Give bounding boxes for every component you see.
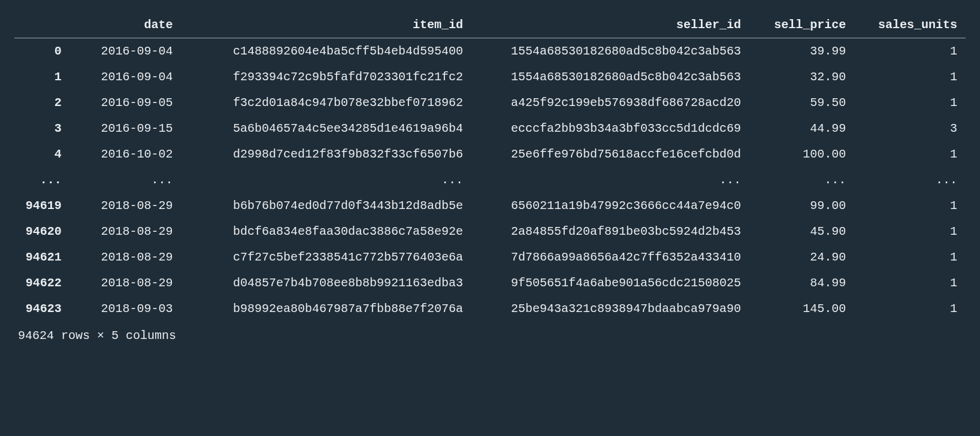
cell-sell-price: 45.90 bbox=[749, 219, 854, 244]
table-row: 2 2016-09-05 f3c2d01a84c947b078e32bbef07… bbox=[14, 90, 966, 116]
cell-item-id: c1488892604e4ba5cff5b4eb4d595400 bbox=[181, 38, 471, 65]
cell-seller-id: 2a84855fd20af891be03bc5924d2b453 bbox=[471, 219, 749, 244]
cell-seller-id: 9f505651f4a6abe901a56cdc21508025 bbox=[471, 270, 749, 296]
cell-sales-units: 1 bbox=[854, 219, 966, 244]
cell-seller-id: ... bbox=[471, 167, 749, 193]
cell-sales-units: 1 bbox=[854, 244, 966, 270]
cell-seller-id: ecccfa2bb93b34a3bf033cc5d1dcdc69 bbox=[471, 116, 749, 141]
row-index: ... bbox=[14, 167, 70, 193]
cell-date: ... bbox=[70, 167, 182, 193]
row-index: 3 bbox=[14, 116, 70, 141]
row-index: 4 bbox=[14, 141, 70, 167]
cell-sales-units: 3 bbox=[854, 116, 966, 141]
column-header-seller-id: seller_id bbox=[471, 12, 749, 38]
dataframe-table: date item_id seller_id sell_price sales_… bbox=[14, 12, 966, 322]
cell-date: 2018-09-03 bbox=[70, 296, 182, 322]
table-row: 94620 2018-08-29 bdcf6a834e8faa30dac3886… bbox=[14, 219, 966, 244]
column-header-item-id: item_id bbox=[181, 12, 471, 38]
table-row: 3 2016-09-15 5a6b04657a4c5ee34285d1e4619… bbox=[14, 116, 966, 141]
table-row: 94623 2018-09-03 b98992ea80b467987a7fbb8… bbox=[14, 296, 966, 322]
row-index: 94623 bbox=[14, 296, 70, 322]
column-header-date: date bbox=[70, 12, 182, 38]
cell-seller-id: a425f92c199eb576938df686728acd20 bbox=[471, 90, 749, 116]
column-header-sales-units: sales_units bbox=[854, 12, 966, 38]
cell-item-id: c7f27c5bef2338541c772b5776403e6a bbox=[181, 244, 471, 270]
cell-seller-id: 25be943a321c8938947bdaabca979a90 bbox=[471, 296, 749, 322]
cell-date: 2016-09-04 bbox=[70, 38, 182, 65]
cell-date: 2018-08-29 bbox=[70, 193, 182, 219]
row-index: 2 bbox=[14, 90, 70, 116]
cell-sell-price: 24.90 bbox=[749, 244, 854, 270]
cell-date: 2016-09-04 bbox=[70, 64, 182, 90]
table-row: 4 2016-10-02 d2998d7ced12f83f9b832f33cf6… bbox=[14, 141, 966, 167]
cell-item-id: d04857e7b4b708ee8b8b9921163edba3 bbox=[181, 270, 471, 296]
cell-sales-units: 1 bbox=[854, 90, 966, 116]
cell-date: 2018-08-29 bbox=[70, 270, 182, 296]
cell-seller-id: 1554a68530182680ad5c8b042c3ab563 bbox=[471, 64, 749, 90]
cell-sales-units: ... bbox=[854, 167, 966, 193]
table-row-ellipsis: ... ... ... ... ... ... bbox=[14, 167, 966, 193]
row-index: 94622 bbox=[14, 270, 70, 296]
row-index: 1 bbox=[14, 64, 70, 90]
cell-sell-price: 39.99 bbox=[749, 38, 854, 65]
table-body: 0 2016-09-04 c1488892604e4ba5cff5b4eb4d5… bbox=[14, 38, 966, 322]
row-index: 94619 bbox=[14, 193, 70, 219]
row-index: 0 bbox=[14, 38, 70, 65]
table-header: date item_id seller_id sell_price sales_… bbox=[14, 12, 966, 38]
cell-item-id: b98992ea80b467987a7fbb88e7f2076a bbox=[181, 296, 471, 322]
table-row: 1 2016-09-04 f293394c72c9b5fafd7023301fc… bbox=[14, 64, 966, 90]
cell-date: 2016-09-15 bbox=[70, 116, 182, 141]
cell-date: 2016-10-02 bbox=[70, 141, 182, 167]
table-row: 94622 2018-08-29 d04857e7b4b708ee8b8b992… bbox=[14, 270, 966, 296]
cell-item-id: d2998d7ced12f83f9b832f33cf6507b6 bbox=[181, 141, 471, 167]
cell-sell-price: 32.90 bbox=[749, 64, 854, 90]
table-row: 0 2016-09-04 c1488892604e4ba5cff5b4eb4d5… bbox=[14, 38, 966, 65]
table-row: 94619 2018-08-29 b6b76b074ed0d77d0f3443b… bbox=[14, 193, 966, 219]
table-row: 94621 2018-08-29 c7f27c5bef2338541c772b5… bbox=[14, 244, 966, 270]
cell-sales-units: 1 bbox=[854, 296, 966, 322]
cell-sales-units: 1 bbox=[854, 141, 966, 167]
cell-date: 2018-08-29 bbox=[70, 244, 182, 270]
cell-item-id: ... bbox=[181, 167, 471, 193]
cell-item-id: f3c2d01a84c947b078e32bbef0718962 bbox=[181, 90, 471, 116]
cell-sell-price: ... bbox=[749, 167, 854, 193]
cell-item-id: b6b76b074ed0d77d0f3443b12d8adb5e bbox=[181, 193, 471, 219]
cell-sales-units: 1 bbox=[854, 270, 966, 296]
cell-sell-price: 44.99 bbox=[749, 116, 854, 141]
cell-date: 2018-08-29 bbox=[70, 219, 182, 244]
cell-item-id: 5a6b04657a4c5ee34285d1e4619a96b4 bbox=[181, 116, 471, 141]
dataframe-summary: 94624 rows × 5 columns bbox=[14, 322, 966, 346]
cell-seller-id: 7d7866a99a8656a42c7ff6352a433410 bbox=[471, 244, 749, 270]
cell-sell-price: 145.00 bbox=[749, 296, 854, 322]
cell-item-id: bdcf6a834e8faa30dac3886c7a58e92e bbox=[181, 219, 471, 244]
cell-sales-units: 1 bbox=[854, 38, 966, 65]
cell-sales-units: 1 bbox=[854, 64, 966, 90]
cell-seller-id: 6560211a19b47992c3666cc44a7e94c0 bbox=[471, 193, 749, 219]
cell-sell-price: 84.99 bbox=[749, 270, 854, 296]
cell-seller-id: 25e6ffe976bd75618accfe16cefcbd0d bbox=[471, 141, 749, 167]
cell-seller-id: 1554a68530182680ad5c8b042c3ab563 bbox=[471, 38, 749, 65]
cell-item-id: f293394c72c9b5fafd7023301fc21fc2 bbox=[181, 64, 471, 90]
index-header bbox=[14, 12, 70, 38]
row-index: 94621 bbox=[14, 244, 70, 270]
row-index: 94620 bbox=[14, 219, 70, 244]
cell-sell-price: 59.50 bbox=[749, 90, 854, 116]
cell-sales-units: 1 bbox=[854, 193, 966, 219]
cell-sell-price: 100.00 bbox=[749, 141, 854, 167]
cell-date: 2016-09-05 bbox=[70, 90, 182, 116]
column-header-sell-price: sell_price bbox=[749, 12, 854, 38]
cell-sell-price: 99.00 bbox=[749, 193, 854, 219]
